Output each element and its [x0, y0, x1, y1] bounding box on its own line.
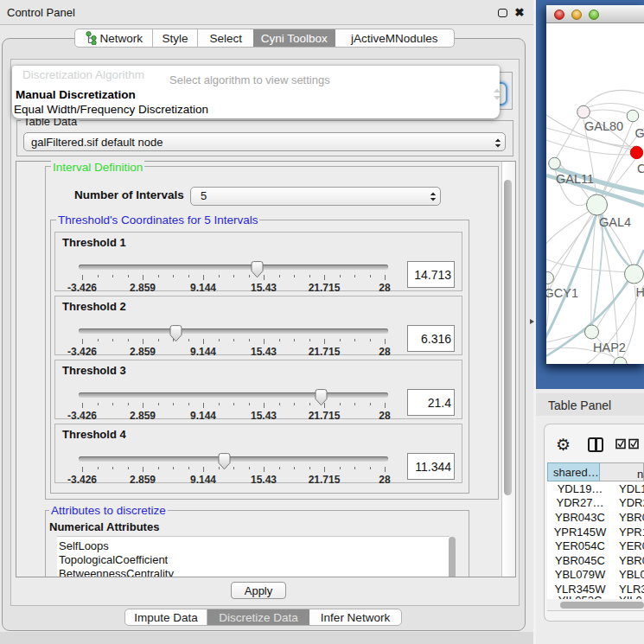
svg-text:GAL4: GAL4: [599, 215, 631, 229]
svg-text:GAL11: GAL11: [556, 172, 594, 186]
svg-text:H: H: [636, 285, 644, 299]
svg-text:HAP2: HAP2: [593, 341, 626, 354]
svg-text:GA: GA: [635, 126, 644, 140]
svg-text:GAL80: GAL80: [584, 119, 623, 133]
svg-text:C: C: [637, 162, 644, 175]
svg-text:GCY1: GCY1: [546, 286, 578, 300]
